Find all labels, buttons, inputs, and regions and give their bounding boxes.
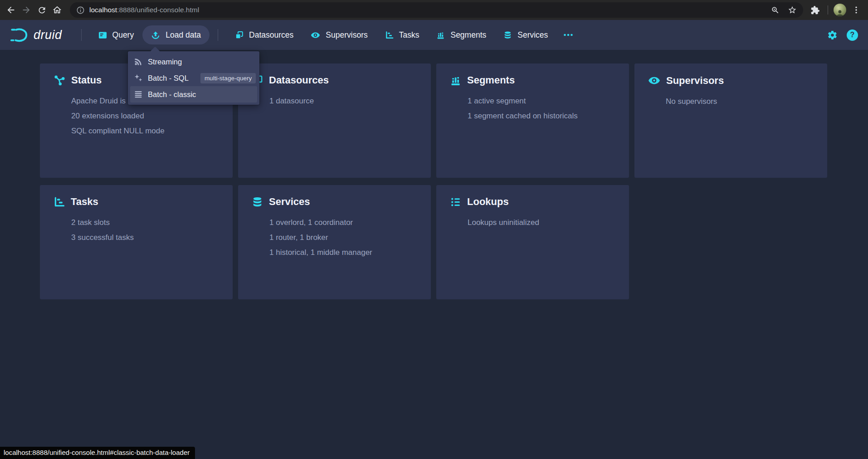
nav-divider <box>81 29 82 41</box>
menu-item-streaming[interactable]: Streaming <box>130 54 257 70</box>
lookups-card[interactable]: Lookups Lookups uninitialized <box>436 185 629 299</box>
nav-item-supervisors[interactable]: Supervisors <box>302 25 376 44</box>
card-title: Segments <box>467 74 515 86</box>
brand-name: druid <box>34 28 62 42</box>
reload-icon[interactable] <box>36 5 47 15</box>
menu-item-batch-sql[interactable]: Batch - SQL multi-stage-query <box>130 70 257 86</box>
help-icon[interactable]: ? <box>847 29 858 41</box>
bookmark-star-icon[interactable] <box>788 5 797 15</box>
database-icon <box>252 196 263 208</box>
nav-item-load-data[interactable]: Load data <box>142 25 210 44</box>
nav-item-label: Services <box>517 30 548 40</box>
feed-icon <box>134 57 143 66</box>
status-graph-icon <box>54 74 65 86</box>
bar-chart-icon <box>450 75 461 86</box>
gantt-icon <box>54 196 65 208</box>
upload-icon <box>151 30 160 39</box>
card-line: 20 extensions loaded <box>71 108 219 123</box>
menu-item-label: Streaming <box>148 58 182 66</box>
nav-divider <box>218 29 218 41</box>
card-line: 1 router, 1 broker <box>269 230 417 245</box>
services-card[interactable]: Services 1 overlord, 1 coordinator 1 rou… <box>238 185 431 299</box>
list-icon <box>450 196 461 208</box>
browser-menu-icon[interactable] <box>851 5 862 15</box>
card-line: 1 datasource <box>269 93 417 108</box>
nav-item-services[interactable]: Services <box>495 25 556 44</box>
url-path: :8888/unified-console.html <box>117 6 199 14</box>
card-line: No supervisors <box>666 94 814 109</box>
datasources-card[interactable]: Datasources 1 datasource <box>238 63 431 178</box>
card-line: 1 active segment <box>468 93 615 108</box>
back-icon[interactable] <box>5 5 16 15</box>
nav-item-label: Segments <box>450 30 486 40</box>
stacked-lines-icon <box>134 90 143 99</box>
supervisors-card[interactable]: Supervisors No supervisors <box>634 63 827 178</box>
multi-stage-query-tag: multi-stage-query <box>200 73 256 83</box>
druid-header: druid Query Load data Datasources Superv… <box>0 20 868 50</box>
nav-item-label: Supervisors <box>326 30 367 40</box>
nav-more-icon[interactable] <box>556 29 580 40</box>
nav-item-label: Datasources <box>249 30 293 40</box>
card-line: 3 successful tasks <box>71 230 219 245</box>
gantt-icon <box>385 31 394 39</box>
database-icon <box>503 31 512 39</box>
druid-logo[interactable]: druid <box>10 26 73 44</box>
sparkles-icon <box>134 73 143 83</box>
settings-gear-icon[interactable] <box>827 30 838 40</box>
url-host: localhost <box>89 6 117 14</box>
browser-toolbar: localhost:8888/unified-console.html <box>0 0 868 20</box>
card-line: SQL compliant NULL mode <box>71 123 219 138</box>
menu-item-batch-classic[interactable]: Batch - classic <box>130 86 257 103</box>
card-title: Lookups <box>467 196 509 208</box>
extensions-icon[interactable] <box>809 5 820 15</box>
nav-item-label: Query <box>112 30 134 40</box>
url-text: localhost:8888/unified-console.html <box>89 6 199 14</box>
eye-icon <box>648 74 660 87</box>
card-title: Services <box>269 196 310 208</box>
home-icon[interactable] <box>52 5 63 15</box>
eye-icon <box>311 30 320 40</box>
nav-item-segments[interactable]: Segments <box>428 25 495 44</box>
zoom-icon[interactable] <box>771 6 780 15</box>
nav-item-query[interactable]: Query <box>90 25 143 44</box>
toolbar-divider <box>828 5 828 15</box>
card-line: 2 task slots <box>71 215 219 230</box>
site-info-icon[interactable] <box>76 6 85 15</box>
segments-card[interactable]: Segments 1 active segment 1 segment cach… <box>436 63 629 178</box>
nav-item-label: Load data <box>166 30 201 40</box>
card-title: Supervisors <box>666 75 724 87</box>
card-line: 1 segment cached on historicals <box>468 108 615 123</box>
load-data-menu: Streaming Batch - SQL multi-stage-query … <box>128 51 259 105</box>
card-title: Tasks <box>71 196 98 208</box>
card-line: 1 overlord, 1 coordinator <box>269 215 417 230</box>
menu-item-label: Batch - classic <box>148 90 196 99</box>
nav-item-label: Tasks <box>399 30 419 40</box>
menu-item-label: Batch - SQL <box>148 74 189 83</box>
datasources-icon <box>235 31 244 39</box>
query-icon <box>98 31 107 39</box>
profile-avatar[interactable] <box>834 4 846 16</box>
bar-chart-icon <box>436 31 445 39</box>
card-line: 1 historical, 1 middle manager <box>269 245 417 260</box>
forward-icon[interactable] <box>21 5 32 15</box>
card-line: Lookups uninitialized <box>468 215 615 230</box>
card-title: Status <box>71 74 102 86</box>
address-bar[interactable]: localhost:8888/unified-console.html <box>70 2 803 18</box>
card-title: Datasources <box>269 74 329 86</box>
link-preview-statusbar: localhost:8888/unified-console.html#clas… <box>0 447 195 459</box>
tasks-card[interactable]: Tasks 2 task slots 3 successful tasks <box>40 185 233 299</box>
nav-item-datasources[interactable]: Datasources <box>226 25 302 44</box>
nav-item-tasks[interactable]: Tasks <box>376 25 428 44</box>
